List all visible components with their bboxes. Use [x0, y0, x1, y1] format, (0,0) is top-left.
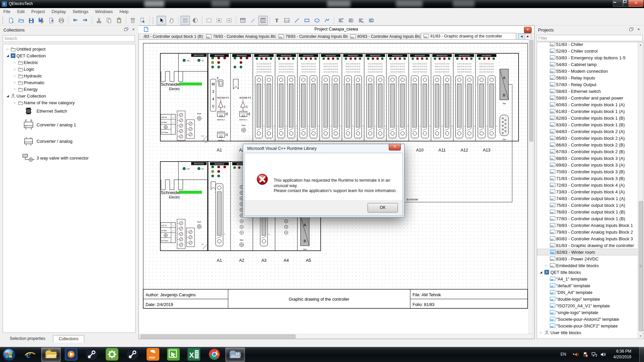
- menu-settings[interactable]: Settings: [69, 8, 92, 15]
- collections-tree-item[interactable]: +-Converter / analog 1: [3, 116, 136, 133]
- menu-project[interactable]: Project: [28, 8, 48, 15]
- folio-tab[interactable]: 79/83 - Controller Analog Inputs Block 2: [276, 34, 348, 39]
- project-window-close-icon[interactable]: ✕: [524, 27, 532, 33]
- folio-tab[interactable]: 81/83 - Graphic drawing of the controlle…: [421, 33, 516, 39]
- taskbar-excel[interactable]: X: [184, 348, 203, 361]
- collections-tree-item[interactable]: Ethernet Switch: [3, 106, 136, 116]
- align-bottom-button[interactable]: [356, 16, 366, 25]
- search-input[interactable]: [3, 35, 135, 42]
- projects-list-item[interactable]: 80/83 - Controller Analog Inputs Block 3: [537, 235, 643, 242]
- canvas-hscrollbar[interactable]: [139, 334, 533, 339]
- folio-tab[interactable]: 80/83 - Controller Analog Inputs Block 3: [348, 34, 421, 39]
- expander-icon[interactable]: ▷: [13, 87, 17, 91]
- distribute-button[interactable]: [366, 16, 376, 25]
- minimize-button[interactable]: [613, 0, 623, 7]
- tab-scroll-left-icon[interactable]: ◀: [518, 34, 525, 40]
- projects-list-item[interactable]: "A4_1" template: [537, 276, 643, 282]
- show-desktop-button[interactable]: [639, 347, 644, 362]
- projects-list-item[interactable]: "Societe-pour-Alstom2" template: [537, 316, 643, 322]
- projects-list-item[interactable]: "ISO7200_A4_V1" template: [537, 302, 643, 309]
- conductor-tool-button[interactable]: [248, 16, 258, 25]
- folio-table-button[interactable]: [238, 16, 248, 25]
- projects-list-item[interactable]: 79/83 - Controller Analog Inputs Block 2: [537, 229, 643, 235]
- toolbar-handle[interactable]: [2, 17, 4, 24]
- taskbar-chrome[interactable]: [205, 348, 224, 361]
- projects-list-item[interactable]: "double-logo" template: [537, 296, 643, 302]
- action-center-icon[interactable]: [583, 352, 588, 357]
- background-toggle-button[interactable]: [191, 16, 200, 25]
- folio-tab[interactable]: /83 - Controller output block 1 (B): [142, 34, 204, 39]
- projects-list-item[interactable]: "single-logo" template: [537, 309, 643, 316]
- menu-file[interactable]: File: [0, 8, 14, 15]
- add-image-button[interactable]: [282, 16, 291, 25]
- add-polyline-button[interactable]: [322, 16, 332, 25]
- projects-scrollbar[interactable]: ▲▼: [638, 42, 643, 339]
- taskbar-settings-gear[interactable]: [103, 348, 121, 361]
- close-button[interactable]: ✕: [629, 0, 643, 7]
- projects-list-item[interactable]: 82/83 - Winter room: [537, 249, 643, 255]
- projects-list-item[interactable]: 63/83 - Controller inputs block 1 (B): [537, 121, 643, 128]
- menu-help[interactable]: Help: [116, 8, 132, 15]
- menu-display[interactable]: Display: [48, 8, 69, 15]
- projects-list-item[interactable]: 54/83 - Cabinet lamp: [537, 61, 643, 68]
- zoom-selection-button[interactable]: [224, 16, 234, 25]
- print-button[interactable]: [57, 16, 66, 25]
- collections-tree-item[interactable]: ▷Hydraulic: [3, 72, 136, 79]
- filter-input[interactable]: [537, 35, 643, 41]
- tab-scroll-right-icon[interactable]: ▶: [525, 34, 531, 40]
- grid-toggle-button[interactable]: [180, 16, 190, 25]
- clock-time[interactable]: 6:36 PM: [608, 349, 631, 354]
- projects-list-item[interactable]: 78/83 - Controller Analog Inputs Block 1: [537, 222, 643, 229]
- redo-button[interactable]: [80, 16, 90, 25]
- collections-tree-item[interactable]: ▷Logic: [3, 66, 136, 72]
- canvas-hscroll-thumb[interactable]: [141, 335, 296, 339]
- taskbar-steam[interactable]: [82, 348, 101, 361]
- copy-button[interactable]: [104, 16, 114, 25]
- expander-icon[interactable]: ▷: [539, 331, 543, 334]
- new-document-button[interactable]: +: [6, 16, 16, 25]
- ok-button[interactable]: OK: [368, 203, 398, 213]
- taskbar-qelectrotech-window[interactable]: [225, 348, 245, 362]
- expander-icon[interactable]: ▷: [13, 101, 17, 104]
- collections-tree-item[interactable]: ▷Untitled project: [3, 46, 136, 52]
- expander-icon[interactable]: ▷: [13, 81, 17, 84]
- add-ellipse-button[interactable]: [312, 16, 322, 25]
- collections-tree-item[interactable]: ▷Pneumatic: [3, 79, 136, 86]
- paste-button[interactable]: [114, 16, 124, 25]
- zoom-fit-button[interactable]: [214, 16, 224, 25]
- align-center-button[interactable]: [346, 16, 356, 25]
- expander-icon[interactable]: ▷: [13, 74, 17, 77]
- collections-tree-item[interactable]: ▷Energy: [3, 86, 136, 93]
- titleblock-columns-button[interactable]: [258, 16, 268, 25]
- cut-button[interactable]: [94, 16, 104, 25]
- start-button[interactable]: [2, 348, 16, 362]
- menu-edit[interactable]: Edit: [14, 8, 28, 15]
- undo-button[interactable]: [70, 16, 80, 25]
- projects-list-item[interactable]: 67/83 - Controller inputs block 2 (B): [537, 148, 643, 155]
- toolbar-handle[interactable]: [153, 17, 154, 24]
- dock-tab-selection-properties[interactable]: Selection properties: [3, 335, 52, 342]
- projects-list-item[interactable]: 64/83 - Controller inputs block 2 (A): [537, 128, 643, 135]
- menu-windows[interactable]: Windows: [92, 8, 116, 15]
- expander-icon[interactable]: ▷: [13, 61, 17, 64]
- expander-icon[interactable]: ◢: [6, 94, 10, 98]
- projects-list-item[interactable]: 72/83 - Controller inputs block 4 (A): [537, 182, 643, 188]
- projects-list-item[interactable]: 74/83 - Controller output block 1 (A): [537, 195, 643, 202]
- projects-list-item[interactable]: 61/83 - Controller inputs block 1 (A): [537, 108, 643, 115]
- projects-list-item[interactable]: 53/83 - Emergency stop buttons 1-5: [537, 54, 643, 61]
- expander-icon[interactable]: ◢: [539, 270, 543, 274]
- add-text-button[interactable]: T: [272, 16, 281, 25]
- align-top-button[interactable]: [336, 16, 345, 25]
- expander-icon[interactable]: ◢: [6, 54, 10, 57]
- canvas-vscroll-thumb[interactable]: [529, 40, 533, 141]
- clock-date[interactable]: 4/20/2019: [608, 355, 631, 359]
- projects-list-item[interactable]: 83/83 - Power 24VDC: [537, 255, 643, 262]
- marquee-select-button[interactable]: [204, 16, 214, 25]
- float-panel-icon[interactable]: [629, 27, 635, 32]
- projects-list-item[interactable]: 77/83 - Controller output block 1 (B): [537, 215, 643, 222]
- projects-list-item[interactable]: 57/83 - Relay Output: [537, 81, 643, 88]
- taskbar-steam-2[interactable]: [123, 348, 142, 361]
- app-titlebar[interactable]: QElectroTech ✕: [0, 0, 644, 8]
- projects-list-item[interactable]: 65/83 - Controller inputs block 2 (A): [537, 135, 643, 141]
- pan-tool-button[interactable]: [167, 16, 176, 25]
